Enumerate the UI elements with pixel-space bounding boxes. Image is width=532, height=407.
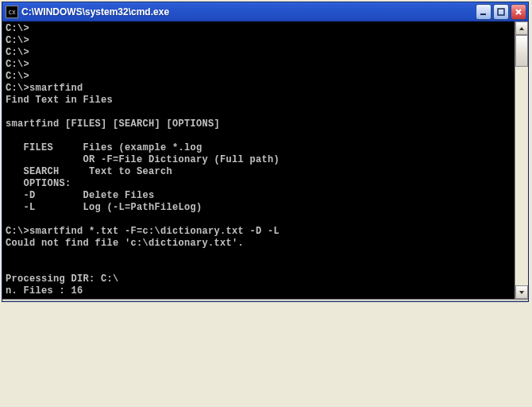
svg-rect-1 bbox=[498, 9, 504, 15]
scroll-up-button[interactable] bbox=[515, 21, 528, 35]
scroll-down-button[interactable] bbox=[515, 285, 528, 299]
window-controls bbox=[476, 4, 526, 20]
scroll-thumb[interactable] bbox=[515, 35, 528, 67]
titlebar[interactable]: cx C:\WINDOWS\system32\cmd.exe bbox=[2, 2, 528, 21]
svg-rect-0 bbox=[480, 14, 486, 15]
cmd-window: cx C:\WINDOWS\system32\cmd.exe C:\> C:\>… bbox=[2, 2, 529, 302]
app-icon: cx bbox=[6, 6, 18, 18]
terminal-container: C:\> C:\> C:\> C:\> C:\> C:\>smartfind F… bbox=[2, 21, 528, 299]
close-button[interactable] bbox=[511, 4, 526, 20]
vertical-scrollbar[interactable] bbox=[515, 21, 528, 299]
minimize-button[interactable] bbox=[476, 4, 492, 20]
window-title: C:\WINDOWS\system32\cmd.exe bbox=[21, 6, 476, 17]
terminal-output[interactable]: C:\> C:\> C:\> C:\> C:\> C:\>smartfind F… bbox=[2, 21, 515, 299]
maximize-button[interactable] bbox=[493, 4, 509, 20]
window-bottom-border bbox=[2, 299, 528, 301]
scroll-track[interactable] bbox=[515, 35, 528, 285]
